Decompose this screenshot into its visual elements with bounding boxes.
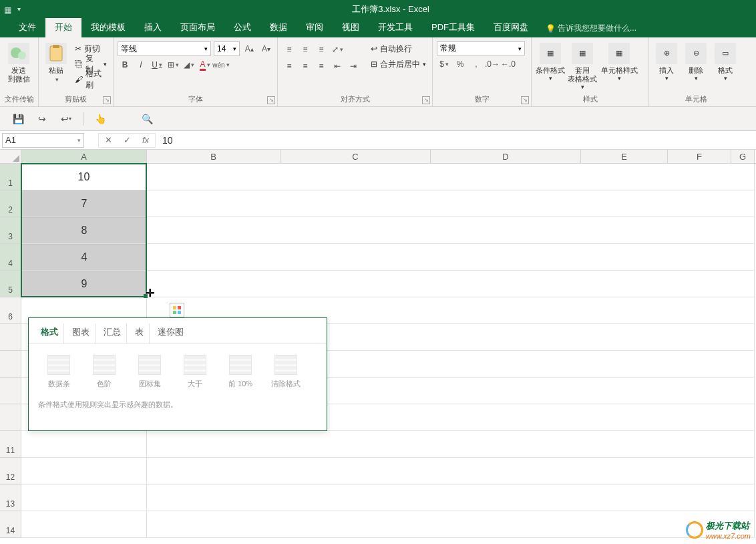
- align-center-button[interactable]: ≡: [298, 59, 313, 74]
- qa-item-iconset[interactable]: 图标集: [132, 355, 168, 389]
- decrease-indent-button[interactable]: ⇤: [330, 59, 345, 74]
- underline-button[interactable]: U: [150, 57, 164, 72]
- tab-home[interactable]: 开始: [45, 18, 81, 37]
- cell-B13[interactable]: [147, 485, 755, 511]
- row-header-6[interactable]: 6: [0, 297, 21, 324]
- delete-cells-button[interactable]: ⊖删除▾: [683, 41, 709, 82]
- conditional-format-button[interactable]: ▦条件格式▾: [536, 41, 565, 82]
- col-header-A[interactable]: A: [21, 150, 147, 163]
- name-box[interactable]: A1▾: [2, 133, 84, 148]
- undo-button[interactable]: ↩▾: [59, 112, 73, 126]
- cell-A1[interactable]: 10: [21, 164, 147, 190]
- tab-templates[interactable]: 我的模板: [81, 18, 135, 37]
- qa-tab-totals[interactable]: 汇总: [98, 323, 127, 344]
- font-name-select[interactable]: 等线▾: [118, 41, 211, 56]
- qat-arrow-icon[interactable]: ▾: [17, 5, 25, 13]
- qa-item-greater[interactable]: 大于: [177, 355, 213, 389]
- save-button[interactable]: 💾: [11, 112, 25, 126]
- qa-item-colorscale[interactable]: 色阶: [86, 355, 122, 389]
- col-header-B[interactable]: B: [147, 150, 280, 163]
- col-header-C[interactable]: C: [280, 150, 431, 163]
- col-header-F[interactable]: F: [668, 150, 731, 163]
- format-painter-button[interactable]: 🖌格式刷: [73, 72, 109, 87]
- touch-mode-button[interactable]: 👆: [93, 112, 108, 126]
- increase-decimal-button[interactable]: .0→: [485, 57, 500, 72]
- cell-B1[interactable]: [147, 164, 755, 190]
- cell-B3[interactable]: [147, 217, 755, 244]
- row-header-9[interactable]: 9: [0, 378, 21, 404]
- number-format-select[interactable]: 常规▾: [437, 41, 525, 55]
- qa-item-databars[interactable]: 数据条: [41, 355, 77, 389]
- col-header-E[interactable]: E: [581, 150, 668, 163]
- tab-review[interactable]: 审阅: [297, 18, 333, 37]
- cells-area[interactable]: 10 7 8 4 9 ✛ 格式 图表 汇总 表 迷你图: [21, 164, 755, 538]
- select-all-corner[interactable]: [0, 150, 21, 163]
- border-button[interactable]: ⊞: [166, 57, 180, 72]
- row-header-12[interactable]: 12: [0, 458, 21, 485]
- format-cells-button[interactable]: ▭格式▾: [712, 41, 739, 82]
- tab-view[interactable]: 视图: [333, 18, 369, 37]
- insert-cells-button[interactable]: ⊕插入▾: [653, 41, 680, 82]
- fill-color-button[interactable]: ◢: [182, 57, 196, 72]
- align-launcher[interactable]: ↘: [422, 96, 430, 104]
- phonetic-button[interactable]: wén: [214, 57, 228, 72]
- cell-styles-button[interactable]: ▦单元格样式▾: [600, 41, 638, 82]
- percent-button[interactable]: %: [453, 57, 467, 72]
- cancel-formula-button[interactable]: ✕: [99, 135, 118, 145]
- cell-A11[interactable]: [21, 431, 147, 458]
- qa-tab-chart[interactable]: 图表: [67, 323, 96, 344]
- font-size-select[interactable]: 14▾: [214, 41, 240, 56]
- clipboard-launcher[interactable]: ↘: [103, 96, 111, 104]
- row-header-8[interactable]: 8: [0, 351, 21, 378]
- fx-button[interactable]: fx: [136, 135, 155, 145]
- cell-A12[interactable]: [21, 458, 147, 485]
- align-middle-button[interactable]: ≡: [298, 42, 313, 57]
- tell-me-search[interactable]: 💡 告诉我您想要做什么...: [546, 23, 636, 37]
- tab-pdf[interactable]: PDF工具集: [422, 18, 484, 37]
- row-header-14[interactable]: 14: [0, 511, 21, 538]
- cell-A13[interactable]: [21, 485, 147, 511]
- tab-layout[interactable]: 页面布局: [171, 18, 224, 37]
- qa-item-clear[interactable]: 清除格式: [268, 355, 304, 389]
- align-bottom-button[interactable]: ≡: [314, 42, 329, 57]
- row-header-4[interactable]: 4: [0, 244, 21, 271]
- cell-B12[interactable]: [147, 458, 755, 485]
- align-top-button[interactable]: ≡: [282, 42, 297, 57]
- paste-button[interactable]: 粘贴: [43, 41, 70, 84]
- merge-center-button[interactable]: ⊟合并后居中▾: [369, 57, 428, 72]
- qa-tab-format[interactable]: 格式: [35, 323, 64, 344]
- cell-B5[interactable]: [147, 271, 755, 297]
- align-right-button[interactable]: ≡: [314, 59, 329, 74]
- tab-formulas[interactable]: 公式: [224, 18, 260, 37]
- qa-item-top10[interactable]: 前 10%: [222, 355, 258, 389]
- row-header-1[interactable]: 1: [0, 164, 21, 190]
- cell-B11[interactable]: [147, 431, 755, 458]
- cell-B4[interactable]: [147, 244, 755, 271]
- tab-insert[interactable]: 插入: [135, 18, 171, 37]
- redo-button[interactable]: ↪: [35, 112, 49, 126]
- quick-analysis-button[interactable]: [170, 303, 184, 317]
- number-launcher[interactable]: ↘: [521, 96, 529, 104]
- currency-button[interactable]: $: [437, 57, 451, 72]
- align-left-button[interactable]: ≡: [282, 59, 297, 74]
- confirm-formula-button[interactable]: ✓: [118, 135, 136, 145]
- row-header-3[interactable]: 3: [0, 217, 21, 244]
- wrap-text-button[interactable]: ↩自动换行: [369, 41, 428, 56]
- send-wechat-button[interactable]: 发送 到微信: [4, 41, 33, 84]
- orientation-button[interactable]: ⤢: [330, 42, 345, 57]
- cell-A3[interactable]: 8: [21, 217, 147, 244]
- increase-indent-button[interactable]: ⇥: [346, 59, 361, 74]
- increase-font-button[interactable]: A▴: [242, 41, 256, 56]
- tab-data[interactable]: 数据: [260, 18, 297, 37]
- tab-baidu[interactable]: 百度网盘: [484, 18, 538, 37]
- comma-button[interactable]: ,: [469, 57, 484, 72]
- cell-A2[interactable]: 7: [21, 190, 147, 217]
- cell-B14[interactable]: [147, 511, 755, 538]
- col-header-G[interactable]: G: [731, 150, 755, 163]
- formula-input[interactable]: [156, 133, 756, 148]
- table-format-button[interactable]: ▦套用 表格格式▾: [568, 41, 597, 91]
- decrease-decimal-button[interactable]: ←.0: [501, 57, 516, 72]
- qa-tab-table[interactable]: 表: [130, 323, 150, 344]
- tab-file[interactable]: 文件: [9, 18, 45, 37]
- decrease-font-button[interactable]: A▾: [259, 41, 273, 56]
